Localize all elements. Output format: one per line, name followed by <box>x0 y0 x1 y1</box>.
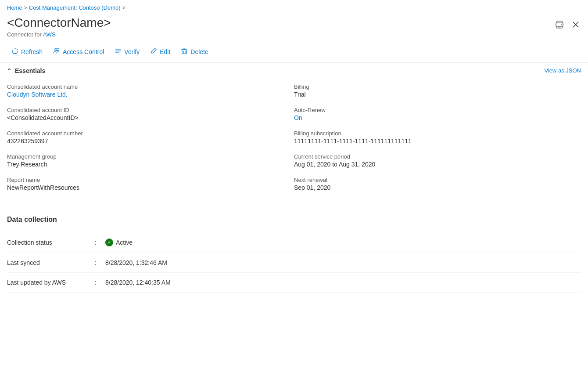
page-title-group: <ConnectorName> Connector for AWS <box>7 15 111 38</box>
svg-rect-3 <box>558 27 560 27</box>
access-control-icon <box>53 47 60 56</box>
delete-icon <box>181 47 188 56</box>
breadcrumb-sep1: > <box>24 5 27 11</box>
consolidated-account-name-label: Consolidated account name <box>7 83 294 90</box>
verify-label: Verify <box>124 48 140 55</box>
dc-row-collection-status: Collection status : ✓ Active <box>7 232 581 253</box>
billing-label: Billing <box>294 83 581 90</box>
report-name-value: NewReportWithResources <box>7 184 294 191</box>
print-icon <box>556 21 563 29</box>
essentials-item-billing: Billing Trial <box>294 83 581 98</box>
essentials-item-account-id: Consolidated account ID <ConsolidatedAcc… <box>7 107 294 121</box>
page-header: <ConnectorName> Connector for AWS <box>0 14 588 41</box>
current-service-period-value: Aug 01, 2020 to Aug 31, 2020 <box>294 161 581 168</box>
billing-value: Trial <box>294 91 581 98</box>
essentials-item-current-service-period: Current service period Aug 01, 2020 to A… <box>294 153 581 168</box>
svg-rect-4 <box>556 23 563 26</box>
auto-renew-value: On <box>294 114 581 121</box>
last-synced-value: 8/28/2020, 1:32:46 AM <box>105 259 167 266</box>
breadcrumb-cost-management[interactable]: Cost Management: Contoso (Demo) <box>29 4 121 11</box>
essentials-item-account-name: Consolidated account name Cloudyn Softwa… <box>7 83 294 98</box>
dc-row-last-updated: Last updated by AWS : 8/28/2020, 12:40:3… <box>7 273 581 293</box>
essentials-item-account-number: Consolidated account number 432263259397 <box>7 130 294 145</box>
dc-sep-3: : <box>95 279 105 286</box>
svg-point-8 <box>55 48 57 51</box>
billing-subscription-value: 11111111-1111-1111-1111-111111111111 <box>294 137 581 145</box>
current-service-period-label: Current service period <box>294 153 581 160</box>
svg-point-5 <box>561 24 562 25</box>
access-control-label: Access Control <box>63 48 104 55</box>
refresh-label: Refresh <box>21 48 43 55</box>
essentials-header: ⌃ Essentials View as JSON <box>0 63 588 78</box>
consolidated-account-id-value: <ConsolidatedAccountID> <box>7 114 294 121</box>
data-collection-table: Collection status : ✓ Active Last synced… <box>7 232 581 293</box>
last-updated-label: Last updated by AWS <box>7 279 95 286</box>
last-synced-label: Last synced <box>7 259 95 266</box>
close-button[interactable] <box>570 19 581 30</box>
essentials-item-next-renewal: Next renewal Sep 01, 2020 <box>294 177 581 191</box>
page-title: <ConnectorName> <box>7 15 111 30</box>
essentials-left-col: Consolidated account name Cloudyn Softwa… <box>7 83 294 200</box>
edit-icon <box>150 47 157 56</box>
refresh-icon <box>11 47 18 56</box>
verify-icon <box>115 47 122 56</box>
data-collection-title: Data collection <box>7 216 581 224</box>
refresh-button[interactable]: Refresh <box>7 45 47 59</box>
management-group-value: Trey Research <box>7 161 294 168</box>
header-icons <box>554 15 581 30</box>
delete-label: Delete <box>190 48 208 55</box>
next-renewal-value: Sep 01, 2020 <box>294 184 581 191</box>
verify-button[interactable]: Verify <box>110 45 144 59</box>
essentials-item-management-group: Management group Trey Research <box>7 153 294 168</box>
essentials-item-billing-subscription: Billing subscription 11111111-1111-1111-… <box>294 130 581 145</box>
print-button[interactable] <box>554 19 565 30</box>
essentials-item-auto-renew: Auto-Renew On <box>294 107 581 121</box>
management-group-label: Management group <box>7 153 294 160</box>
breadcrumb: Home > Cost Management: Contoso (Demo) > <box>0 0 588 14</box>
breadcrumb-sep2: > <box>122 5 125 11</box>
status-check-icon: ✓ <box>105 239 113 246</box>
edit-label: Edit <box>160 48 170 55</box>
essentials-right-col: Billing Trial Auto-Renew On Billing subs… <box>294 83 581 200</box>
auto-renew-label: Auto-Renew <box>294 107 581 113</box>
consolidated-account-number-label: Consolidated account number <box>7 130 294 137</box>
dc-sep-2: : <box>95 259 105 266</box>
collection-status-value: ✓ Active <box>105 239 133 246</box>
edit-button[interactable]: Edit <box>146 45 175 59</box>
close-icon <box>572 21 579 28</box>
svg-rect-13 <box>182 50 186 54</box>
collection-status-text: Active <box>116 239 133 246</box>
essentials-item-report-name: Report name NewReportWithResources <box>7 177 294 191</box>
access-control-button[interactable]: Access Control <box>49 45 108 59</box>
subtitle-prefix: Connector for <box>7 31 43 38</box>
consolidated-account-name-value[interactable]: Cloudyn Software Ltd. <box>7 91 68 98</box>
essentials-title-text: Essentials <box>15 67 45 74</box>
subtitle-aws: AWS <box>43 31 56 38</box>
data-collection-section: Data collection Collection status : ✓ Ac… <box>0 209 588 300</box>
chevron-up-icon: ⌃ <box>7 68 11 74</box>
essentials-grid: Consolidated account name Cloudyn Softwa… <box>0 78 588 205</box>
dc-sep-1: : <box>95 239 105 246</box>
consolidated-account-id-label: Consolidated account ID <box>7 107 294 113</box>
view-json-link[interactable]: View as JSON <box>544 67 581 74</box>
breadcrumb-home[interactable]: Home <box>7 4 22 11</box>
toolbar: Refresh Access Control Verify <box>0 41 588 63</box>
last-updated-value: 8/28/2020, 12:40:35 AM <box>105 279 171 286</box>
svg-point-9 <box>57 48 59 51</box>
consolidated-account-number-value: 432263259397 <box>7 137 294 145</box>
dc-row-last-synced: Last synced : 8/28/2020, 1:32:46 AM <box>7 253 581 273</box>
collection-status-label: Collection status <box>7 239 95 246</box>
report-name-label: Report name <box>7 177 294 183</box>
page-subtitle: Connector for AWS <box>7 31 111 38</box>
essentials-title: ⌃ Essentials <box>7 67 45 74</box>
billing-subscription-label: Billing subscription <box>294 130 581 137</box>
delete-button[interactable]: Delete <box>176 45 212 59</box>
next-renewal-label: Next renewal <box>294 177 581 183</box>
